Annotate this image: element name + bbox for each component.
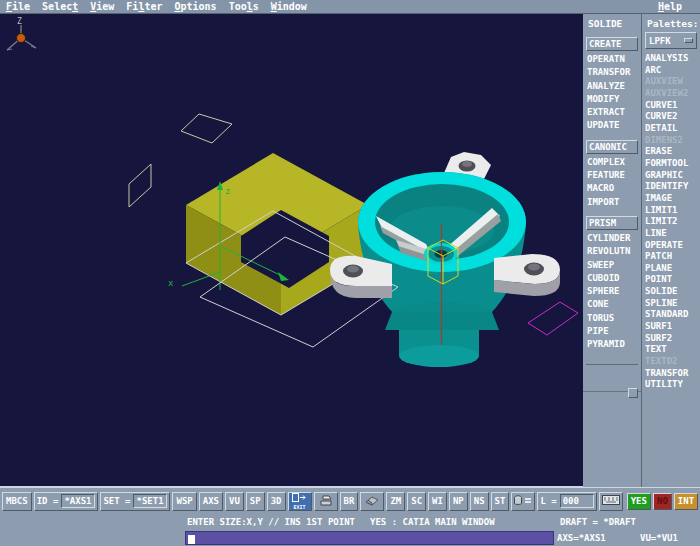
axis-label: AXS=*AXS1	[557, 533, 606, 543]
palette-item-spline[interactable]: SPLINE	[642, 298, 700, 310]
solids-item-cylinder[interactable]: CYLINDER	[583, 232, 641, 245]
palette-item-standard[interactable]: STANDARD	[642, 309, 700, 321]
toolbar-set-field-value[interactable]: *SET1	[133, 494, 167, 508]
palette-item-analysis[interactable]: ANALYSIS	[642, 53, 700, 65]
palette-item-limit1[interactable]: LIMIT1	[642, 205, 700, 217]
toolbar-keyboard-button[interactable]	[599, 492, 623, 511]
toolbar-layer-count-field: L =000	[537, 492, 596, 511]
solids-header-prism[interactable]: PRISM	[586, 216, 638, 230]
palette-item-detail[interactable]: DETAIL	[642, 123, 700, 135]
toolbar-id-field: ID =*AXS1	[34, 492, 99, 511]
datum-plane-vertical[interactable]	[129, 164, 151, 207]
palette-item-textd2: TEXTD2	[642, 356, 700, 368]
palette-item-plane[interactable]: PLANE	[642, 263, 700, 275]
palette-item-text[interactable]: TEXT	[642, 344, 700, 356]
toolbar-id-field-label: ID =	[37, 496, 59, 506]
toolbar-button-3d[interactable]: 3D	[267, 492, 286, 511]
palette-item-limit2[interactable]: LIMIT2	[642, 216, 700, 228]
palette-item-curve1[interactable]: CURVE1	[642, 100, 700, 112]
palette-item-transfor[interactable]: TRANSFOR	[642, 368, 700, 380]
palette-selector[interactable]: LPFK	[645, 32, 697, 49]
solids-item-sweep[interactable]: SWEEP	[583, 259, 641, 272]
palette-item-dimens2: DIMENS2	[642, 135, 700, 147]
palette-item-solide[interactable]: SOLIDE	[642, 286, 700, 298]
palette-item-utility[interactable]: UTILITY	[642, 379, 700, 391]
palette-item-formtool[interactable]: FORMTOOL	[642, 158, 700, 170]
toolbar-layer-cylinder-button[interactable]	[511, 492, 535, 511]
menu-view[interactable]: View	[90, 1, 114, 12]
menu-tools[interactable]: Tools	[229, 1, 259, 12]
palette-item-identify[interactable]: IDENTIFY	[642, 181, 700, 193]
solids-item-import[interactable]: IMPORT	[583, 196, 641, 209]
toolbar-id-field-value[interactable]: *AXS1	[61, 494, 95, 508]
lug-left[interactable]	[330, 256, 392, 298]
solids-item-update[interactable]: UPDATE	[583, 119, 641, 132]
toolbar-button-wi[interactable]: WI	[428, 492, 447, 511]
menu-options[interactable]: Options	[174, 1, 216, 12]
toolbar-no-button[interactable]: NO	[653, 493, 672, 510]
command-input[interactable]	[185, 531, 554, 545]
palette-item-surf2[interactable]: SURF2	[642, 333, 700, 345]
toolbar-button-sc[interactable]: SC	[407, 492, 426, 511]
viewport-canvas[interactable]: Z z	[0, 14, 582, 486]
solids-item-torus[interactable]: TORUS	[583, 312, 641, 325]
solids-item-operatn[interactable]: OPERATN	[583, 53, 641, 66]
palette-item-point[interactable]: POINT	[642, 274, 700, 286]
panel-sash-handle[interactable]	[628, 388, 638, 398]
datum-plane-magenta[interactable]	[528, 302, 578, 335]
menu-help[interactable]: Help	[658, 1, 682, 12]
viewport-3d[interactable]: Z z	[0, 14, 583, 487]
palette-item-curve2[interactable]: CURVE2	[642, 111, 700, 123]
solids-item-macro[interactable]: MACRO	[583, 182, 641, 195]
palette-item-surf1[interactable]: SURF1	[642, 321, 700, 333]
solids-item-extract[interactable]: EXTRACT	[583, 106, 641, 119]
palette-item-arc[interactable]: ARC	[642, 65, 700, 77]
solids-item-analyze[interactable]: ANALYZE	[583, 80, 641, 93]
toolbar-eraser-button[interactable]	[360, 492, 384, 511]
toolbar-button-mbcs[interactable]: MBCS	[2, 492, 32, 511]
solids-item-feature[interactable]: FEATURE	[583, 169, 641, 182]
menu-window[interactable]: Window	[271, 1, 307, 12]
toolbar-button-sp[interactable]: SP	[246, 492, 265, 511]
z-axis-label: z	[225, 186, 230, 196]
solids-item-sphere[interactable]: SPHERE	[583, 285, 641, 298]
solids-header-create[interactable]: CREATE	[586, 37, 638, 51]
solids-item-pipe[interactable]: PIPE	[583, 325, 641, 338]
menu-file[interactable]: File	[6, 1, 30, 12]
palette-item-patch[interactable]: PATCH	[642, 251, 700, 263]
toolbar-button-br[interactable]: BR	[340, 492, 359, 511]
lug-right[interactable]	[494, 254, 560, 296]
solids-item-transfor[interactable]: TRANSFOR	[583, 66, 641, 79]
toolbar-yes-button[interactable]: YES	[627, 493, 651, 510]
solids-header-canonic[interactable]: CANONIC	[586, 140, 638, 154]
panel-sash[interactable]	[583, 391, 641, 392]
palette-item-line[interactable]: LINE	[642, 228, 700, 240]
menu-select[interactable]: Select	[42, 1, 78, 12]
text-cursor	[188, 535, 195, 544]
menu-filter[interactable]: Filter	[126, 1, 162, 12]
toolbar-button-vu[interactable]: VU	[225, 492, 244, 511]
toolbar-button-zm[interactable]: ZM	[386, 492, 405, 511]
solids-item-revolutn[interactable]: REVOLUTN	[583, 245, 641, 258]
palette-item-operate[interactable]: OPERATE	[642, 240, 700, 252]
option-menu-indicator-icon	[684, 38, 693, 43]
palette-item-image[interactable]: IMAGE	[642, 193, 700, 205]
solids-item-modify[interactable]: MODIFY	[583, 93, 641, 106]
palette-item-erase[interactable]: ERASE	[642, 146, 700, 158]
toolbar-button-axs[interactable]: AXS	[199, 492, 223, 511]
palette-item-graphic[interactable]: GRAPHIC	[642, 170, 700, 182]
toolbar-int-button[interactable]: INT	[674, 493, 698, 510]
toolbar-button-np[interactable]: NP	[449, 492, 468, 511]
toolbar-button-st[interactable]: ST	[491, 492, 510, 511]
toolbar-exit-button[interactable]: EXIT	[288, 492, 312, 511]
solids-item-cuboid[interactable]: CUBOID	[583, 272, 641, 285]
solids-menu-column: SOLIDE CREATEOPERATNTRANSFORANALYZEMODIF…	[583, 14, 642, 487]
toolbar-button-wsp[interactable]: WSP	[172, 492, 196, 511]
solids-item-complex[interactable]: COMPLEX	[583, 156, 641, 169]
toolbar-button-ns[interactable]: NS	[470, 492, 489, 511]
toolbar-plot-button[interactable]	[314, 492, 338, 511]
solids-item-pyramid[interactable]: PYRAMID	[583, 338, 641, 351]
toolbar-layer-count-field-value[interactable]: 000	[560, 494, 594, 508]
solids-item-cone[interactable]: CONE	[583, 298, 641, 311]
datum-plane-horizontal[interactable]	[181, 114, 232, 143]
